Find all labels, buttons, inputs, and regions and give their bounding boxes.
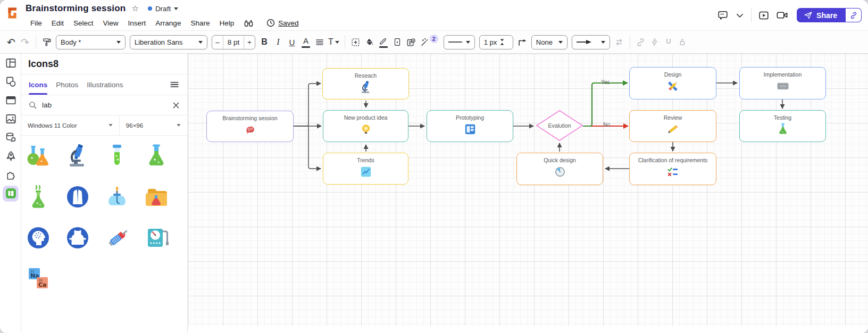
search-input[interactable]: lab — [42, 101, 167, 109]
tab-illustrations[interactable]: Illustrations — [87, 74, 123, 95]
result-flask[interactable] — [144, 143, 183, 171]
comments-icon[interactable] — [717, 10, 729, 21]
text-style-select[interactable]: Body * — [56, 35, 126, 49]
menu-item-arrange[interactable]: Arrange — [151, 19, 186, 27]
dock-item-marketplace[interactable] — [0, 147, 21, 165]
favorite-star-icon[interactable]: ☆ — [131, 4, 138, 13]
contain-shape-icon[interactable] — [349, 35, 363, 49]
result-lab-analyzer[interactable] — [144, 225, 183, 253]
menu-item-select[interactable]: Select — [69, 19, 98, 27]
result-microscope[interactable] — [65, 143, 104, 171]
reverse-connector-icon[interactable] — [612, 35, 626, 49]
present-icon[interactable] — [758, 10, 770, 21]
fill-color-icon[interactable] — [363, 35, 377, 49]
node-label: Clarification of requirements — [638, 157, 708, 163]
result-test-tube[interactable] — [104, 143, 144, 171]
tab-photos[interactable]: Photos — [56, 74, 78, 95]
line-color-icon[interactable] — [377, 35, 390, 49]
font-size-value[interactable]: 8 pt — [223, 36, 244, 49]
status-dropdown[interactable]: Draft — [148, 5, 178, 13]
menu-item-help[interactable]: Help — [214, 19, 239, 27]
font-size-decrease[interactable]: – — [212, 36, 223, 49]
node-trends[interactable]: Trends — [323, 153, 408, 185]
share-button[interactable]: Share — [797, 8, 846, 22]
node-new-product-idea[interactable]: New product idea — [323, 110, 408, 142]
redo-button[interactable]: ↷ — [18, 35, 32, 49]
notes-icon[interactable] — [404, 35, 418, 49]
text-options-dropdown[interactable]: T — [327, 35, 341, 49]
menu-item-edit[interactable]: Edit — [47, 19, 69, 27]
icon-results-grid — [21, 136, 187, 294]
format-painter-icon[interactable] — [40, 35, 54, 49]
copy-link-button[interactable] — [846, 8, 862, 22]
result-apron[interactable] — [65, 225, 104, 253]
result-sodium-calcium[interactable] — [26, 266, 65, 294]
icons8-panel: Icons8 Icons Photos Illustrations lab Wi… — [21, 54, 188, 333]
lock-icon[interactable] — [675, 35, 689, 49]
actions-lightning-icon[interactable] — [648, 35, 662, 49]
hyperlink-icon[interactable] — [634, 35, 648, 49]
underline-button[interactable]: U — [285, 35, 299, 49]
line-end-select[interactable] — [572, 35, 610, 49]
undo-button[interactable]: ↶ — [4, 35, 18, 49]
collapse-chevron-icon[interactable] — [735, 11, 745, 20]
result-lab-coat[interactable] — [65, 184, 104, 212]
lucid-logo-icon[interactable] — [5, 6, 19, 20]
size-filter-select[interactable]: 96×96 — [120, 115, 187, 135]
text-color-button[interactable]: A — [299, 35, 313, 49]
menu-item-insert[interactable]: Insert — [123, 19, 151, 27]
document-title[interactable]: Brainstorming session — [26, 3, 126, 14]
find-binoculars-icon[interactable] — [243, 18, 254, 29]
dock-item-frames[interactable] — [0, 91, 21, 110]
result-brain-head[interactable] — [26, 225, 65, 253]
node-testing[interactable]: Testing — [739, 110, 826, 142]
dock-item-icons8[interactable] — [0, 184, 21, 203]
line-start-value: None — [536, 38, 553, 46]
dock-item-plugins[interactable] — [0, 165, 21, 184]
node-reseach[interactable]: Reseach — [322, 68, 409, 99]
titlebar: Brainstorming session ☆ Draft — [0, 0, 868, 30]
line-style-select[interactable] — [444, 35, 475, 49]
images-icon — [5, 113, 17, 125]
clear-search-icon[interactable] — [172, 101, 180, 110]
menu-item-view[interactable]: View — [98, 19, 123, 27]
filter-bar: Windows 11 Color 96×96 — [21, 115, 187, 136]
dock-item-data[interactable] — [0, 128, 21, 147]
node-prototyping[interactable]: Prototyping — [427, 110, 513, 142]
video-camera-icon[interactable] — [776, 9, 788, 21]
node-implementation[interactable]: Implementation — [739, 67, 826, 99]
magic-wand-icon[interactable] — [418, 35, 432, 49]
line-width-select[interactable]: 1 px — [479, 35, 513, 49]
style-filter-select[interactable]: Windows 11 Color — [21, 115, 120, 135]
result-lab-flasks[interactable] — [26, 143, 65, 171]
menu-item-share[interactable]: Share — [186, 19, 214, 27]
dock-item-shapes[interactable] — [0, 72, 21, 91]
menu-item-file[interactable]: File — [26, 19, 47, 27]
node-evalution[interactable]: Evalution — [536, 110, 583, 141]
node-review[interactable]: Review — [629, 110, 716, 142]
shadow-icon[interactable] — [390, 35, 404, 49]
node-clarification-of-requirements[interactable]: Clarification of requirements — [629, 153, 716, 185]
font-size-increase[interactable]: + — [244, 36, 255, 49]
text-align-icon[interactable] — [313, 35, 327, 49]
node-brainstorming-session[interactable]: Brainstorming session — [206, 111, 294, 142]
templates-icon — [5, 57, 17, 69]
italic-button[interactable]: I — [271, 35, 285, 49]
panel-menu-icon[interactable] — [169, 79, 180, 90]
dock-item-images[interactable] — [0, 110, 21, 128]
node-quick-design[interactable]: Quick design — [516, 153, 603, 185]
tab-icons[interactable]: Icons — [29, 74, 47, 95]
result-syringe[interactable] — [104, 225, 144, 253]
result-experiment-folder[interactable] — [144, 184, 183, 212]
connector-type-icon[interactable] — [515, 35, 529, 49]
save-status[interactable]: Saved — [266, 18, 298, 28]
dock-item-templates[interactable] — [0, 54, 21, 72]
node-design[interactable]: Design — [629, 67, 716, 99]
font-family-select[interactable]: Liberation Sans — [130, 35, 207, 49]
magnetize-icon[interactable] — [662, 35, 675, 49]
status-label: Draft — [155, 5, 171, 13]
line-start-select[interactable]: None — [531, 35, 567, 49]
bold-button[interactable]: B — [257, 35, 271, 49]
result-steaming-flask[interactable] — [26, 184, 65, 212]
result-spirit-lamp[interactable] — [104, 184, 144, 212]
